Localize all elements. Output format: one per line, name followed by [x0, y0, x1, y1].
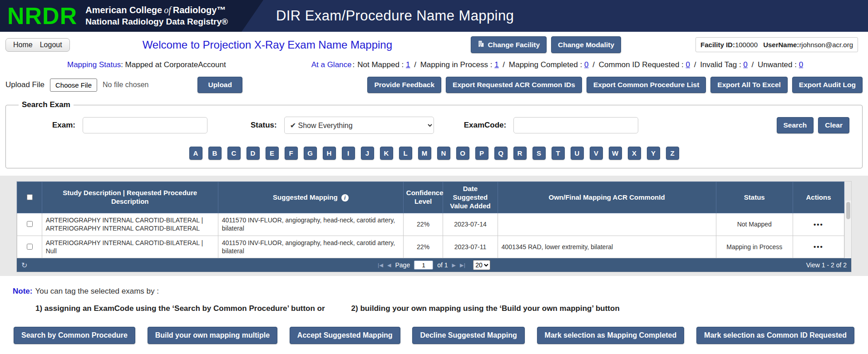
- letter-button-d[interactable]: D: [247, 147, 260, 160]
- letter-button-e[interactable]: E: [266, 147, 279, 160]
- letter-button-u[interactable]: U: [571, 147, 584, 160]
- export-button-group: Provide FeedbackExport Requested ACR Com…: [367, 77, 863, 93]
- letter-button-n[interactable]: N: [437, 147, 450, 160]
- letter-button-k[interactable]: K: [380, 147, 393, 160]
- letter-button-x[interactable]: X: [628, 147, 641, 160]
- row-checkbox-cell: [17, 213, 42, 236]
- page-size-select[interactable]: 20: [473, 260, 490, 270]
- glance-separator: /: [750, 60, 756, 69]
- exam-input[interactable]: [83, 117, 207, 133]
- glance-count-mapping-completed[interactable]: 0: [584, 60, 588, 69]
- bottom-action-buttons: Search by Common ProcedureBuild your own…: [0, 327, 868, 344]
- examcode-input[interactable]: [513, 117, 638, 133]
- logout-link[interactable]: Logout: [40, 41, 62, 49]
- first-page-icon[interactable]: |◀: [378, 262, 383, 268]
- export-audit-log-button[interactable]: Export Audit Log: [792, 77, 863, 93]
- org-line1-of: of: [164, 5, 171, 15]
- next-page-icon[interactable]: ▶: [452, 262, 456, 268]
- glance-count-invalid-tag[interactable]: 0: [743, 60, 747, 69]
- glance-count-unwanted[interactable]: 0: [799, 60, 803, 69]
- letter-button-c[interactable]: C: [227, 147, 241, 160]
- column-header-date-suggested-value-added: Date Suggested Value Added: [443, 182, 498, 213]
- prev-page-icon[interactable]: ◀: [387, 262, 391, 268]
- cell-confidence: 22%: [403, 236, 443, 258]
- table-row: ARTERIOGRAPHY INTERNAL CAROTID-BILATERAL…: [17, 236, 844, 258]
- letter-button-a[interactable]: A: [189, 147, 202, 160]
- export-common-procedure-list-button[interactable]: Export Common Procedure List: [587, 77, 706, 93]
- letter-button-b[interactable]: B: [208, 147, 222, 160]
- facility-id-label: Facility ID:: [700, 41, 735, 49]
- last-page-icon[interactable]: ▶|: [460, 262, 465, 268]
- mark-selection-as-common-id-requested-button[interactable]: Mark selection as Common ID Requested: [696, 327, 854, 344]
- cell-suggested-mapping: 4011570 INV-FLUOR, angiography, head-nec…: [218, 236, 403, 258]
- facility-info: Facility ID:100000 UserName:rjohnson@acr…: [695, 37, 858, 52]
- letter-button-f[interactable]: F: [285, 147, 298, 160]
- select-all-header: [17, 182, 42, 213]
- letter-button-o[interactable]: O: [456, 147, 469, 160]
- search-exam-legend: Search Exam: [19, 100, 74, 109]
- letter-button-l[interactable]: L: [399, 147, 412, 160]
- glance-count-mapping-in-process[interactable]: 1: [494, 60, 498, 69]
- letter-button-s[interactable]: S: [533, 147, 546, 160]
- export-all-to-excel-button[interactable]: Export All To Excel: [710, 77, 788, 93]
- username-label: UserName:: [763, 41, 799, 49]
- status-label: Status:: [251, 121, 277, 130]
- glance-count-not-mapped[interactable]: 1: [406, 60, 410, 69]
- row-actions-button[interactable]: •••: [814, 243, 824, 251]
- nrdr-logo: NRDR: [7, 4, 77, 28]
- search-by-common-procedure-button[interactable]: Search by Common Procedure: [14, 327, 135, 344]
- note-line: Note:You can tag the selected exams by :: [13, 287, 868, 296]
- refresh-icon[interactable]: ↻: [21, 261, 27, 270]
- decline-suggested-mapping-button[interactable]: Decline Suggested Mapping: [412, 327, 524, 344]
- search-button[interactable]: Search: [777, 117, 814, 133]
- glance-item-label: Common ID Requested :: [599, 60, 686, 69]
- page-title: Welcome to Projection X-Ray Exam Name Ma…: [143, 39, 392, 51]
- build-your-own-mapping-multiple-button[interactable]: Build your own mapping multiple: [148, 327, 277, 344]
- at-a-glance-colon: :: [353, 60, 355, 69]
- letter-button-i[interactable]: I: [342, 147, 355, 160]
- letter-button-w[interactable]: W: [609, 147, 622, 160]
- glance-item-label: Unwanted :: [758, 60, 799, 69]
- mark-selection-as-mapping-completed-button[interactable]: Mark selection as Mapping Completed: [537, 327, 685, 344]
- page-number-input[interactable]: [414, 261, 433, 270]
- row-actions-button[interactable]: •••: [814, 221, 824, 228]
- change-modality-button[interactable]: Change Modality: [551, 36, 621, 53]
- no-file-chosen-text: No file chosen: [103, 81, 148, 89]
- letter-button-v[interactable]: V: [590, 147, 603, 160]
- letter-button-j[interactable]: J: [361, 147, 374, 160]
- letter-button-r[interactable]: R: [513, 147, 527, 160]
- cell-confidence: 22%: [403, 213, 443, 236]
- change-facility-button[interactable]: Change Facility: [471, 36, 547, 53]
- glance-separator: /: [692, 60, 698, 69]
- column-header-status: Status: [716, 182, 793, 213]
- instruction-2: 2) building your own mapping using the ‘…: [351, 304, 620, 313]
- clear-button[interactable]: Clear: [818, 117, 849, 133]
- letter-button-t[interactable]: T: [552, 147, 565, 160]
- choose-file-button[interactable]: Choose File: [50, 79, 97, 92]
- letter-button-z[interactable]: Z: [666, 147, 679, 160]
- grid-vertical-scrollbar[interactable]: [844, 201, 851, 258]
- column-header-suggested-mapping: Suggested Mappingi: [218, 182, 403, 213]
- export-requested-acr-common-ids-button[interactable]: Export Requested ACR Common IDs: [446, 77, 582, 93]
- select-all-checkbox[interactable]: [27, 194, 33, 200]
- letter-button-m[interactable]: M: [418, 147, 431, 160]
- upload-button[interactable]: Upload: [197, 77, 242, 93]
- row-checkbox[interactable]: [27, 221, 33, 227]
- letter-button-h[interactable]: H: [323, 147, 336, 160]
- column-header-label: Actions: [806, 193, 831, 201]
- home-link[interactable]: Home: [13, 41, 33, 49]
- accept-suggested-mapping-button[interactable]: Accept Suggested Mapping: [290, 327, 400, 344]
- note-label: Note:: [13, 287, 32, 295]
- provide-feedback-button[interactable]: Provide Feedback: [367, 77, 441, 93]
- scrollbar-thumb[interactable]: [846, 202, 850, 219]
- row-checkbox[interactable]: [27, 244, 33, 250]
- home-logout-group: Home Logout: [5, 38, 70, 52]
- mapping-status-label: Mapping Status: [67, 60, 121, 69]
- letter-button-p[interactable]: P: [475, 147, 488, 160]
- letter-button-g[interactable]: G: [304, 147, 317, 160]
- info-icon[interactable]: i: [341, 194, 349, 202]
- glance-count-common-id-requested[interactable]: 0: [686, 60, 690, 69]
- letter-button-q[interactable]: Q: [494, 147, 508, 160]
- letter-button-y[interactable]: Y: [647, 147, 660, 160]
- status-filter-select[interactable]: ✔ Show Everything: [284, 117, 434, 134]
